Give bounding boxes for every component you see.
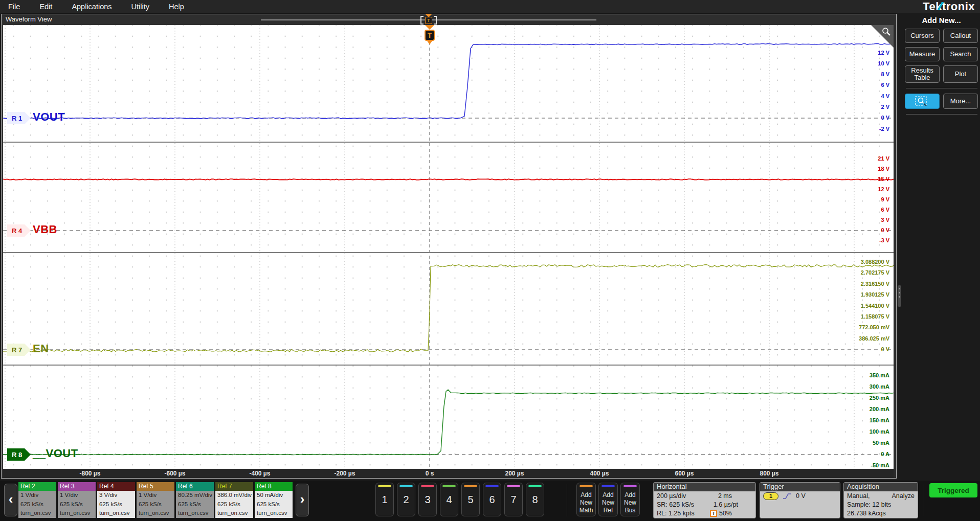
add-new-bus-button[interactable]: AddNewBus <box>620 483 640 516</box>
trigger-panel-title: Trigger <box>760 483 840 491</box>
axis-label: 0 V <box>881 115 889 121</box>
axis-label: 200 mA <box>870 406 889 412</box>
acquisition-analyze: Analyze <box>892 492 915 501</box>
minimap-bracket-right-icon <box>434 16 437 25</box>
trigger-indicator[interactable]: T <box>424 25 435 46</box>
add-new-ref-button[interactable]: AddNewRef <box>598 483 618 516</box>
ref-scale-badge-ref7[interactable]: Ref 7386.0 mV/div625 kS/sturn_on.csv <box>215 482 253 518</box>
add-plot-button[interactable]: Plot <box>943 65 978 83</box>
add-cursors-button[interactable]: Cursors <box>905 29 940 43</box>
tektronix-logo: Tektronix <box>923 0 975 13</box>
channel-color-stripe <box>485 485 499 487</box>
menu-item-help[interactable]: Help <box>169 3 184 11</box>
ref-scale-badge-ref4[interactable]: Ref 43 V/div625 kS/sturn_on.csv <box>97 482 135 518</box>
ref-badge-line: turn_on.csv <box>215 509 253 518</box>
axis-label: 6 V <box>881 82 889 88</box>
menu-item-edit[interactable]: Edit <box>39 3 52 11</box>
menu-item-file[interactable]: File <box>8 3 20 11</box>
ref-badge-header: Ref 2 <box>18 482 56 491</box>
add-new-title: Add New... <box>922 16 961 25</box>
acquisition-settings-panel[interactable]: Acquisition Manual,Analyze Sample: 12 bi… <box>843 482 918 518</box>
horizontal-record-length: RL: 1.25 kpts <box>657 509 695 518</box>
axis-label: 12 V <box>878 50 889 56</box>
channel-2-button[interactable]: 2 <box>397 483 415 516</box>
axis-label: 100 mA <box>870 428 889 435</box>
channel-label-vbb: VBB <box>33 223 57 236</box>
channel-color-stripe <box>507 485 520 487</box>
axis-label: 21 V <box>878 155 889 162</box>
ref-scale-badge-ref2[interactable]: Ref 21 V/div625 kS/sturn_on.csv <box>18 482 56 518</box>
trigger-status-badge: Triggered <box>929 483 977 497</box>
plot-zoom-corner-button[interactable] <box>870 25 894 49</box>
axis-label: 12 V <box>878 186 889 192</box>
axis-label: 9 V <box>881 196 889 202</box>
waveform-view-tab[interactable]: Waveform View <box>6 15 52 23</box>
settings-bar: ‹ Ref 21 V/div625 kS/sturn_on.csvRef 31 … <box>0 481 980 521</box>
axis-label: 772.050 mV <box>859 324 889 330</box>
time-tick-label: 0 s <box>407 470 453 477</box>
ref-badge-header: Ref 5 <box>137 482 174 491</box>
horizontal-panel-title: Horizontal <box>654 483 755 491</box>
scroll-refs-left-button[interactable]: ‹ <box>4 484 17 516</box>
axis-label: 15 V <box>878 176 889 182</box>
channel-3-button[interactable]: 3 <box>418 483 437 516</box>
zoom-select-icon <box>915 96 929 106</box>
axis-label: 0 A <box>881 451 889 457</box>
menu-item-utility[interactable]: Utility <box>131 3 149 11</box>
channel-number: 2 <box>403 494 409 506</box>
ref-badge-line: 625 kS/s <box>58 500 96 509</box>
axis-label: 0 V <box>881 346 889 352</box>
panel-splitter-handle[interactable] <box>898 285 901 307</box>
acquisition-sample-bits: Sample: 12 bits <box>847 501 891 509</box>
menu-items: FileEditApplicationsUtilityHelp <box>8 3 184 11</box>
axis-label: -50 mA <box>871 462 889 468</box>
menu-item-applications[interactable]: Applications <box>72 3 112 11</box>
ref-badge-header: Ref 8 <box>255 482 293 491</box>
scroll-refs-right-button[interactable]: › <box>296 484 309 516</box>
add-new-math-button[interactable]: AddNewMath <box>576 483 596 516</box>
ref-scale-badge-ref6[interactable]: Ref 680.25 mV/div625 kS/sturn_on.csv <box>176 482 214 518</box>
ref-badge-line: 625 kS/s <box>97 500 135 509</box>
time-tick-label: -400 µs <box>237 470 283 477</box>
channel-7-button[interactable]: 7 <box>504 483 523 516</box>
axis-label: 2.316150 V <box>861 281 889 287</box>
channel-8-button[interactable]: 8 <box>526 483 544 516</box>
add-measure-button[interactable]: Measure <box>905 47 940 61</box>
bottom-bar-divider-2 <box>924 484 924 516</box>
add-results-table-button[interactable]: Results Table <box>905 65 940 83</box>
ref-badge-header: Ref 3 <box>58 482 96 491</box>
channel-separator <box>3 252 894 253</box>
ref-badge-line: turn_on.csv <box>97 509 135 518</box>
axis-label: 18 V <box>878 166 889 172</box>
more-button[interactable]: More... <box>943 94 978 109</box>
ref-scale-badge-ref5[interactable]: Ref 51 V/div625 kS/sturn_on.csv <box>137 482 174 518</box>
trigger-position-minimap-marker[interactable]: T <box>421 14 436 25</box>
ref-badge-line: 1 V/div <box>137 491 174 500</box>
magnifier-icon <box>881 27 892 38</box>
add-callout-button[interactable]: Callout <box>943 29 978 43</box>
channel-6-button[interactable]: 6 <box>483 483 501 516</box>
ref-scale-badge-ref8[interactable]: Ref 850 mA/div625 kS/sturn_on.csv <box>255 482 293 518</box>
trigger-settings-panel[interactable]: Trigger 1 0 V <box>760 482 840 518</box>
channel-number: 3 <box>425 494 430 506</box>
ref-scale-badge-ref3[interactable]: Ref 31 V/div625 kS/sturn_on.csv <box>58 482 96 518</box>
channel-color-stripe <box>528 485 542 487</box>
channel-5-button[interactable]: 5 <box>461 483 480 516</box>
waveform-view-panel: Waveform View T T 12 V10 V8 V6 V4 V2 V0 … <box>1 14 897 479</box>
add-search-button[interactable]: Search <box>943 47 978 61</box>
time-tick-label: -800 µs <box>67 470 113 477</box>
horizontal-settings-panel[interactable]: Horizontal 200 µs/div2 ms SR: 625 kS/s1.… <box>653 482 756 518</box>
trigger-triangle-icon <box>425 25 434 30</box>
menu-bar: FileEditApplicationsUtilityHelp Tektroni… <box>0 0 980 13</box>
ref-badge-line: 625 kS/s <box>215 500 253 509</box>
zoom-select-tool-button[interactable] <box>905 94 940 109</box>
axis-label: 350 mA <box>870 372 889 378</box>
channel-1-button[interactable]: 1 <box>375 483 394 516</box>
add-new-color-stripe <box>580 485 593 487</box>
horizontal-trigger-position: 50% <box>719 510 732 517</box>
add-new-color-stripe <box>602 485 615 487</box>
ref-badge-line: 3 V/div <box>97 491 135 500</box>
waveform-view-tab-bar: Waveform View T <box>2 14 896 25</box>
channel-4-button[interactable]: 4 <box>440 483 458 516</box>
tektronix-logo-text: Tektronix <box>923 0 975 13</box>
